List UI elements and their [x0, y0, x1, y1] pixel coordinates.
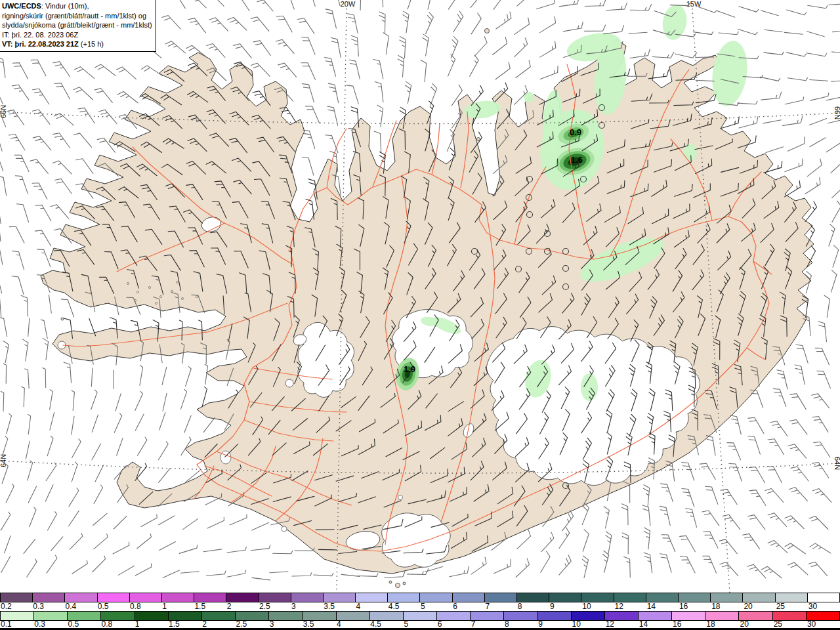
sleet-scale-value: 0.5	[97, 602, 129, 611]
rain-scale-segment	[538, 612, 572, 620]
rain-scale-value: 1.5	[168, 621, 201, 628]
island	[389, 581, 392, 583]
lake	[282, 526, 287, 532]
sleet-scale-segment	[614, 593, 646, 602]
rain-scale-value: 12	[605, 621, 639, 628]
sleet-scale-value: 6	[452, 602, 484, 611]
rain-scale-value: 3	[269, 621, 303, 628]
sleet-scale-segment	[0, 593, 33, 602]
sleet-scale-value: 2.5	[259, 602, 291, 611]
sleet-scale-value: 30	[808, 602, 840, 611]
rain-scale-value: 7	[471, 621, 504, 628]
sleet-scale-value: 0.2	[0, 602, 32, 611]
sleet-scale-segment	[291, 593, 324, 602]
island	[396, 583, 400, 588]
rain-scale-segment	[337, 612, 370, 620]
weather-map-page: 20W15W66N64N66N64N0.91.61.9 UWC/ECDS: Vi…	[0, 0, 840, 630]
sleet-scale-value: 1.5	[194, 602, 226, 611]
sleet-scale-value: 20	[743, 602, 775, 611]
sleet-scale-segment	[130, 593, 162, 602]
sleet-scale-segment	[356, 593, 388, 602]
island	[477, 138, 480, 141]
sleet-scale-segment	[485, 593, 517, 602]
sleet-scale-colorbar	[0, 593, 840, 602]
sleet-scale-value: 2	[226, 602, 259, 611]
rain-scale-segment	[471, 612, 504, 620]
sleet-scale-segment	[517, 593, 549, 602]
rain-scale-value: 16	[672, 621, 705, 628]
rain-scale-value: 14	[639, 621, 672, 628]
islet	[196, 295, 198, 297]
parallel-label-66N-left: 66N	[0, 105, 7, 118]
rain-scale-value: 9	[537, 621, 571, 628]
meridian-label-20W: 20W	[341, 0, 356, 8]
sleet-scale-segment	[33, 593, 65, 602]
rain-scale-value: 8	[504, 621, 537, 628]
sleet-scale-segment	[162, 593, 194, 602]
sleet-scale-segment	[549, 593, 581, 602]
rain-scale-value: 4.5	[369, 621, 403, 628]
sleet-scale-segment	[194, 593, 226, 602]
sleet-scale-value: 12	[614, 602, 646, 611]
sleet-scale-value: 0.8	[129, 602, 161, 611]
sleet-scale-value: 9	[549, 602, 581, 611]
sleet-scale-segment	[808, 593, 840, 602]
sleet-scale-segment	[324, 593, 356, 602]
island	[485, 29, 490, 33]
precip-max-label: 1.9	[404, 364, 415, 374]
precip-max-label: 1.6	[571, 155, 583, 165]
rain-scale-value: 4	[336, 621, 369, 628]
glacier-myrdalsjokull	[382, 513, 450, 567]
sleet-scale-segment	[776, 593, 808, 602]
rain-scale-value: 2.5	[235, 621, 268, 628]
rain-scale-value: 0.1	[0, 621, 33, 628]
valid-time-offset: (+15 h)	[79, 40, 104, 48]
init-time: IT: þri. 22. 08. 2023 06Z	[2, 30, 153, 40]
color-scales: 0.20.30.40.50.811.522.533.544.5567891012…	[0, 593, 840, 630]
islet	[148, 286, 150, 288]
rain-scale-value: 18	[705, 621, 739, 628]
iceland-wind-precipitation-map: 20W15W66N64N66N64N0.91.61.9	[0, 0, 840, 593]
sleet-scale-segment	[259, 593, 291, 602]
title-line-rain-legend: rigning/skúrir (grænt/blátt/rautt - mm/1…	[2, 11, 153, 21]
rain-scale-segment	[504, 612, 537, 620]
sleet-scale-value: 7	[485, 602, 517, 611]
island	[403, 582, 406, 585]
parallel-label-64N-right: 64N	[833, 457, 840, 470]
sleet-scale-value: 25	[776, 602, 808, 611]
sleet-scale-segment	[226, 593, 259, 602]
sleet-scale-segment	[743, 593, 775, 602]
rain-scale-value: 6	[437, 621, 471, 628]
wind-barb	[319, 549, 337, 550]
rain-scale-segment	[269, 612, 303, 620]
rain-scale-segment	[437, 612, 471, 620]
islet	[155, 302, 157, 304]
sleet-scale-segment	[679, 593, 711, 602]
islet	[127, 282, 129, 284]
rain-scale-value: 1	[135, 621, 168, 628]
sleet-scale-value: 3.5	[323, 602, 355, 611]
sleet-scale-value: 14	[646, 602, 679, 611]
sleet-scale-value: 0.3	[32, 602, 64, 611]
sleet-scale-segment	[646, 593, 679, 602]
rain-scale-value: 2	[201, 621, 235, 628]
sleet-scale-segment	[711, 593, 743, 602]
sleet-scale-value: 1	[161, 602, 194, 611]
sleet-scale-segment	[98, 593, 130, 602]
islet	[176, 281, 178, 283]
sleet-scale-value: 4.5	[388, 602, 420, 611]
rain-scale-value: 3.5	[303, 621, 336, 628]
sleet-scale-segment	[453, 593, 485, 602]
rain-scale-value: 25	[773, 621, 807, 628]
rain-scale-value: 0.3	[33, 621, 67, 628]
sleet-scale-value: 0.4	[64, 602, 96, 611]
rain-scale-value: 10	[571, 621, 604, 628]
sleet-scale-value: 8	[517, 602, 549, 611]
title-variable: : Vindur (10m),	[41, 2, 89, 10]
rain-scale-labels: 0.10.30.50.811.522.533.544.5567891012141…	[0, 621, 840, 628]
model-name: UWC/ECDS	[2, 2, 41, 10]
wind-barb	[696, 57, 714, 58]
rain-scale-segment	[135, 612, 169, 620]
rain-scale-value: 0.5	[67, 621, 100, 628]
sleet-scale-segment	[388, 593, 420, 602]
